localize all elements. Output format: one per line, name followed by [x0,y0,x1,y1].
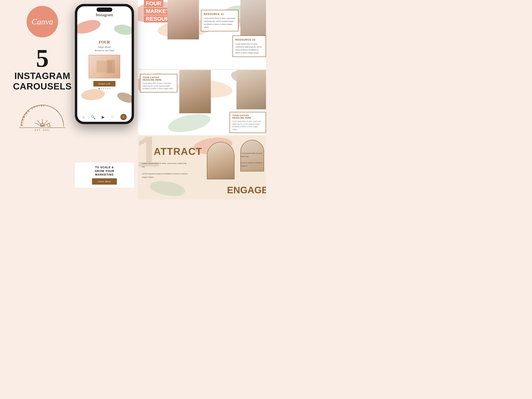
phone-main-heading: FOUR [99,40,110,44]
bottom-carousel-preview: 1 ATTRACT Lorem ipsum dolor sit amet, co… [138,136,266,199]
left-panel: Canva 5 INSTAGRAM CAROUSELS GLOWING SOCI… [0,0,85,199]
instagram-label: INSTAGRAM [14,71,70,81]
mid-brush-4 [166,111,212,135]
canva-label: Canva [32,17,53,26]
glowing-social-logo: GLOWING SOCIAL EST. 2021 [17,101,68,137]
phone-cta-area: TO SCALE &GROW YOURMARKETING Learn More [75,163,134,188]
attract-title: ATTRACT [154,146,202,157]
right-side-text: Lorem ipsum dolor sit amet, adipiscing s… [240,152,266,167]
headline-card-2: YOUR CATCHYHEADLINE HERE Lorem ipsum dol… [229,112,266,133]
headline-2-text: Lorem ipsum dolor sit amet, consectetur … [232,120,263,131]
dot-4 [105,88,106,89]
phone-image-box [89,55,120,78]
svg-line-8 [50,126,51,127]
attract-arch-photo [207,142,234,179]
right-panel: FOUR MARKETING RESOURCES RESOURCE #1 Lor… [138,0,266,199]
carousels-label: CAROUSELS [13,81,72,92]
carousel-dots [99,88,111,89]
headline-card-1: YOUR CATCHYHEADLINE HERE Lorem ipsum dol… [140,74,177,92]
brush-peach [81,88,105,101]
svg-point-7 [47,124,50,126]
svg-line-4 [34,123,43,126]
phone-container: Instagram FOUR Major BrandResources you … [75,4,134,118]
mid-carousel-preview: YOUR CATCHYHEADLINE HERE Lorem ipsum dol… [138,70,266,135]
logo-svg: GLOWING SOCIAL EST. 2021 [15,101,70,137]
resource-1-title: RESOURCE #1 [204,13,236,16]
phone-frame: Instagram FOUR Major BrandResources you … [75,4,134,124]
brush-mint [113,23,132,37]
phone-notch [96,7,112,12]
dot-2 [101,88,102,89]
photo-3 [179,70,211,113]
dot-3 [103,88,104,89]
resource-2-text: Lorem ipsum dolor sit amet, consectetur … [235,42,263,54]
dot-6 [109,88,111,89]
top-carousel-preview: FOUR MARKETING RESOURCES RESOURCE #1 Lor… [138,0,266,69]
headline-1-text: Lorem ipsum dolor sit amet, consectetur … [143,82,175,90]
resource-card-1: RESOURCE #1 Lorem ipsum dolor sit amet, … [201,10,238,31]
heading-line-1: FOUR [144,0,163,7]
resource-2-title: RESOURCE #2 [235,38,263,41]
dot-5 [107,88,108,89]
nav-search-icon[interactable]: 🔍 [91,115,95,119]
attract-body: Lorem ipsum dolor sit amet, consectetur … [142,162,189,179]
phone-sub-heading: Major BrandResources you Need [95,45,114,52]
nav-heart-icon[interactable]: ♡ [111,115,114,119]
number-display: 5 [36,45,49,71]
phone-bottom-nav: ⌂ 🔍 ▶ ♡ S [77,112,132,122]
phone-content: FOUR Major BrandResources you Need Swipe… [77,19,132,112]
engage-title: ENGAGE [227,185,266,196]
svg-line-5 [42,123,51,126]
headline-1-title: YOUR CATCHYHEADLINE HERE [143,76,175,81]
bot-brush-2 [149,179,186,198]
photo-1 [167,0,199,39]
phone-image-placeholder [89,55,120,78]
nav-reel-icon[interactable]: ▶ [102,115,105,119]
learn-more-button[interactable]: Learn More [92,178,117,185]
resource-card-2: RESOURCE #2 Lorem ipsum dolor sit amet, … [233,35,266,57]
brush-pink [77,19,102,36]
canva-logo-circle: Canva [27,6,58,38]
photo-4 [236,70,266,109]
resource-1-text: Lorem ipsum dolor sit amet, consectetur … [204,17,236,29]
swipe-left-button[interactable]: Swipe Left [93,81,115,87]
svg-text:EST. 2021: EST. 2021 [35,128,50,131]
headline-2-title: YOUR CATCHYHEADLINE HERE [232,114,263,119]
phone-app-name: Instagram [80,12,129,17]
brush-brown [116,90,132,105]
nav-home-icon[interactable]: ⌂ [82,115,84,119]
dot-1 [99,88,100,89]
cta-title: TO SCALE &GROW YOURMARKETING [79,165,130,176]
nav-profile-icon[interactable]: S [120,114,127,120]
phone-screen: Instagram FOUR Major BrandResources you … [77,6,132,122]
